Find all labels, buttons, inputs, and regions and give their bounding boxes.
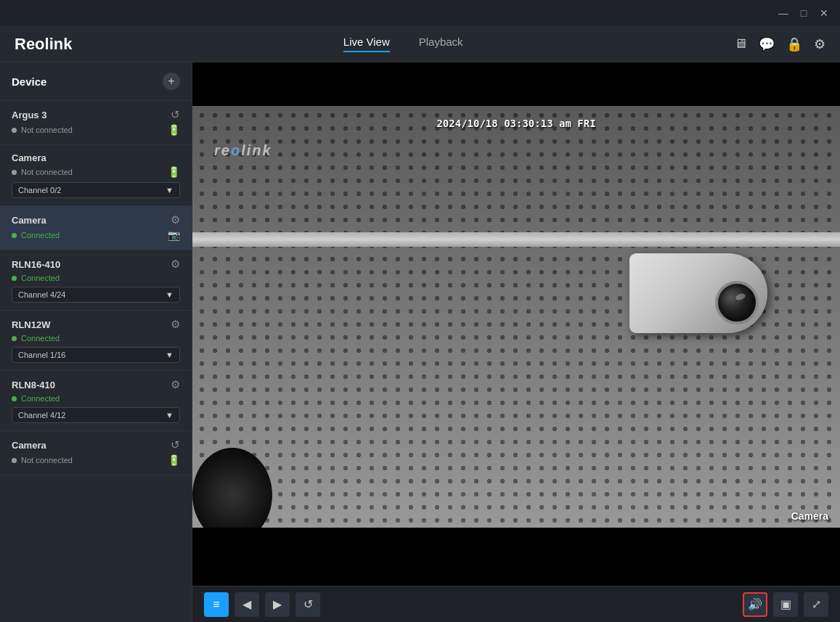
rln12w-status-text: Connected [21,334,60,343]
device-rln16-icons: ⚙ [171,258,180,271]
argus3-battery-icon: 🔋 [168,124,180,136]
tab-live-view[interactable]: Live View [343,36,390,52]
camera3-refresh-icon[interactable]: ↺ [171,438,180,451]
windowed-btn[interactable]: ▣ [773,592,798,617]
lock-icon[interactable]: 🔒 [786,36,802,52]
camera1-channel-label: Channel 0/2 [18,186,61,195]
nav-tabs: Live View Playback [343,36,463,52]
toolbar-left: ≡ ◀ ▶ ↺ [204,592,320,617]
logo: Reolink [15,35,72,54]
tab-playback[interactable]: Playback [419,36,463,52]
rln16-channel-label: Channel 4/24 [18,290,65,299]
device-argus3-name: Argus 3 [12,110,46,120]
refresh-toolbar-btn[interactable]: ↺ [295,592,320,617]
logo-text: Reolink [15,35,72,53]
fullscreen-btn[interactable]: ⤢ [804,592,828,617]
device-argus3-icons: ↺ [171,108,180,121]
camera1-battery-icon: 🔋 [168,166,180,178]
device-camera1-status-row: Not connected 🔋 [12,166,180,178]
video-top-bar [192,62,840,106]
argus3-refresh-icon[interactable]: ↺ [171,108,180,121]
client-icon[interactable]: 🖥 [734,36,747,52]
settings-icon[interactable]: ⚙ [814,36,825,52]
header: Reolink Live View Playback 🖥 💬 🔒 ⚙ [0,26,840,62]
video-bottom-bar [192,528,840,586]
camera-lens [715,281,759,324]
device-item-camera2[interactable]: Camera ⚙ Connected 📷 [0,206,192,250]
camera3-battery-icon: 🔋 [168,454,180,466]
device-camera1-name: Camera [12,152,46,163]
device-camera2-icons: ⚙ [171,213,180,226]
camera2-status-dot [12,233,17,238]
device-rln16-name: RLN16-410 [12,259,60,270]
rln8-dropdown-arrow: ▼ [166,411,174,420]
device-rln12w-status-row: Connected [12,334,180,343]
argus3-status-dot [12,128,17,133]
sidebar-title: Device [12,75,46,88]
rln16-status-dot [12,276,17,281]
device-camera2-header: Camera ⚙ [12,213,180,226]
argus3-status-text: Not connected [21,126,73,134]
rln8-gear-icon[interactable]: ⚙ [171,378,180,391]
sidebar-header: Device + [0,62,192,101]
device-item-rln12w[interactable]: RLN12W ⚙ Connected Channel 1/16 ▼ [0,311,192,371]
rln8-channel-label: Channel 4/12 [18,411,65,420]
rln12w-channel-dropdown[interactable]: Channel 1/16 ▼ [12,347,180,363]
camera1-dropdown-arrow: ▼ [166,186,174,195]
camera2-gear-icon[interactable]: ⚙ [171,213,180,226]
rln16-dropdown-arrow: ▼ [166,290,174,299]
minimize-btn[interactable]: — [773,3,794,23]
device-camera1-header: Camera [12,152,180,163]
rln12w-dropdown-arrow: ▼ [166,351,174,359]
close-btn[interactable]: ✕ [814,3,834,23]
rln16-channel-dropdown[interactable]: Channel 4/24 ▼ [12,287,180,303]
camera-body [629,253,767,333]
volume-icon: 🔊 [748,597,762,611]
device-rln8-status-row: Connected [12,394,180,403]
device-camera2-name: Camera [12,215,46,226]
titlebar: — □ ✕ [0,0,840,26]
device-camera3-header: Camera ↺ [12,438,180,451]
grid-view-btn[interactable]: ≡ [204,592,229,617]
device-camera3-name: Camera [12,440,46,451]
device-item-camera3[interactable]: Camera ↺ Not connected 🔋 [0,431,192,475]
video-area: 2024/10/18 03:30:13 am FRI reolink Camer… [192,62,840,586]
rln8-status-text: Connected [21,394,60,403]
camera-view: 2024/10/18 03:30:13 am FRI reolink Camer… [192,106,840,528]
device-camera3-status-row: Not connected 🔋 [12,454,180,466]
camera1-status-dot [12,170,17,175]
device-rln8-header: RLN8-410 ⚙ [12,378,180,391]
device-item-argus3[interactable]: Argus 3 ↺ Not connected 🔋 [0,101,192,145]
device-camera2-status-row: Connected 📷 [12,229,180,241]
next-btn[interactable]: ▶ [265,592,290,617]
prev-btn[interactable]: ◀ [235,592,259,617]
maximize-btn[interactable]: □ [794,3,814,23]
device-rln16-status-row: Connected [12,274,180,282]
add-device-btn[interactable]: + [163,73,180,90]
bottom-toolbar: ≡ ◀ ▶ ↺ 🔊 ▣ ⤢ [192,586,840,622]
device-item-rln8[interactable]: RLN8-410 ⚙ Connected Channel 4/12 ▼ [0,371,192,431]
device-argus3-status-row: Not connected 🔋 [12,124,180,136]
video-watermark: reolink [214,142,272,159]
camera3-status-text: Not connected [21,456,73,465]
volume-btn[interactable]: 🔊 [743,592,767,617]
video-timestamp: 2024/10/18 03:30:13 am FRI [436,118,595,129]
message-icon[interactable]: 💬 [759,36,775,52]
header-icons: 🖥 💬 🔒 ⚙ [734,36,825,52]
camera2-cam-icon: 📷 [168,229,180,241]
watermark-o: o [231,142,241,158]
device-item-rln16[interactable]: RLN16-410 ⚙ Connected Channel 4/24 ▼ [0,250,192,311]
camera1-channel-dropdown[interactable]: Channel 0/2 ▼ [12,182,180,198]
device-argus3-header: Argus 3 ↺ [12,108,180,121]
device-rln12w-icons: ⚙ [171,318,180,331]
device-item-camera1[interactable]: Camera Not connected 🔋 Channel 0/2 ▼ [0,145,192,206]
content-area: 2024/10/18 03:30:13 am FRI reolink Camer… [192,62,840,622]
rln12w-channel-label: Channel 1/16 [18,351,65,359]
rln12w-gear-icon[interactable]: ⚙ [171,318,180,331]
camera1-status-text: Not connected [21,168,73,176]
camera-label: Camera [791,510,828,522]
rln16-gear-icon[interactable]: ⚙ [171,258,180,271]
windowed-icon: ▣ [780,597,791,611]
device-rln12w-header: RLN12W ⚙ [12,318,180,331]
rln8-channel-dropdown[interactable]: Channel 4/12 ▼ [12,407,180,423]
